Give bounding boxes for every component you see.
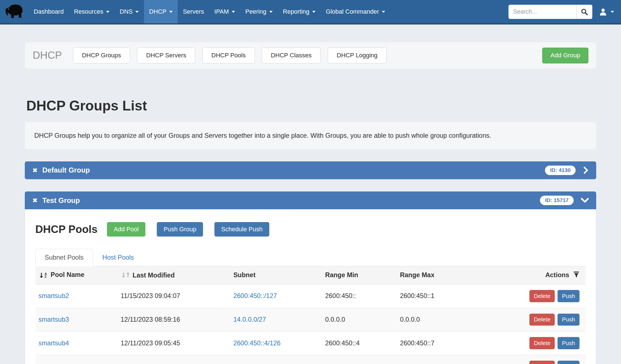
group-title: Default Group: [42, 166, 90, 174]
range-min-cell: 2600:450::: [322, 284, 397, 308]
add-group-button[interactable]: Add Group: [542, 48, 588, 63]
close-icon[interactable]: ✖: [32, 197, 38, 204]
dhcp-classes-button[interactable]: DHCP Classes: [262, 48, 321, 63]
dhcp-servers-button[interactable]: DHCP Servers: [137, 48, 195, 63]
nav-item-dns[interactable]: DNS: [114, 0, 144, 23]
chevron-down-icon: [169, 11, 173, 13]
last-modified-cell: 11/15/2023 09:04:07: [118, 284, 230, 308]
search-icon: [581, 8, 588, 16]
pools-tabs: Subnet Pools Host Pools: [35, 249, 586, 266]
last-modified-cell: 11/15/2023 09:33:29: [118, 355, 230, 364]
subnet-link[interactable]: 2600:450::/127: [233, 292, 277, 299]
last-modified-cell: 12/11/2023 09:05:45: [118, 331, 230, 355]
chevron-down-icon: [382, 11, 385, 13]
chevron-right-icon[interactable]: [583, 167, 589, 174]
group-bar-default-group[interactable]: ✖ Default Group ID: 4130: [25, 161, 596, 179]
delete-button[interactable]: Delete: [529, 290, 555, 302]
column-header-last-modified[interactable]: ↓↑ Last Modified: [118, 266, 230, 284]
group-id-badge: ID: 4130: [545, 166, 576, 175]
delete-button[interactable]: Delete: [529, 361, 555, 364]
pools-header: DHCP Pools Add Pool Push Group Schedule …: [35, 222, 586, 237]
pool-name-link[interactable]: smartsub5: [38, 363, 69, 364]
delete-button[interactable]: Delete: [529, 337, 555, 349]
user-menu[interactable]: [599, 8, 614, 16]
nav-label: IPAM: [214, 8, 229, 15]
search-group: [508, 5, 593, 19]
table-row: smartsub3 12/11/2023 08:59:16 14.0.0.0/2…: [35, 308, 586, 331]
last-modified-cell: 12/11/2023 08:59:16: [118, 308, 230, 331]
range-min-cell: 0.0.0.0: [322, 308, 397, 331]
nav-label: Servers: [183, 8, 204, 15]
nav-item-dashboard[interactable]: Dashboard: [28, 0, 69, 23]
nav-item-dhcp[interactable]: DHCP: [144, 0, 178, 23]
push-button[interactable]: Push: [558, 290, 579, 302]
push-button[interactable]: Push: [558, 314, 579, 326]
range-max-cell: 2600:450::7: [397, 331, 526, 355]
subnet-link[interactable]: 172.16.3.0/24: [233, 363, 273, 364]
nav-item-resources[interactable]: Resources: [69, 0, 114, 23]
range-max-cell: 2600:450::1: [397, 284, 526, 308]
filter-icon[interactable]: [573, 272, 579, 278]
push-button[interactable]: Push: [558, 337, 579, 349]
mammoth-logo[interactable]: [0, 0, 28, 23]
column-header-actions: Actions: [526, 266, 586, 284]
schedule-push-button[interactable]: Schedule Push: [214, 222, 269, 237]
push-button[interactable]: Push: [558, 361, 579, 364]
pools-title: DHCP Pools: [35, 223, 97, 235]
dhcp-pools-button[interactable]: DHCP Pools: [202, 48, 255, 63]
push-group-button[interactable]: Push Group: [157, 222, 203, 237]
nav-label: Peering: [245, 8, 267, 15]
top-navbar: Dashboard Resources DNS DHCP Servers IPA…: [0, 0, 621, 24]
column-label: Last Modified: [133, 272, 175, 279]
column-label: Range Max: [400, 271, 434, 279]
nav-menu: Dashboard Resources DNS DHCP Servers IPA…: [28, 0, 390, 23]
range-min-cell: 2600:450::4: [322, 331, 397, 355]
search-button[interactable]: [576, 5, 592, 19]
nav-item-global-commander[interactable]: Global Commander: [321, 0, 390, 23]
group-bar-test-group[interactable]: ✖ Test Group ID: 15717: [25, 191, 596, 209]
range-max-cell: 0.0.0.0: [397, 308, 526, 331]
nav-label: Reporting: [283, 8, 310, 15]
tab-subnet-pools[interactable]: Subnet Pools: [35, 249, 93, 266]
chevron-down-icon: [135, 11, 139, 13]
nav-item-servers[interactable]: Servers: [178, 0, 209, 23]
column-header-range-min: Range Min: [322, 266, 397, 284]
tab-host-pools[interactable]: Host Pools: [93, 249, 143, 266]
subnet-link[interactable]: 2600:450::4/126: [233, 340, 281, 347]
pool-name-link[interactable]: smartsub4: [38, 340, 69, 347]
table-row: smartsub4 12/11/2023 09:05:45 2600:450::…: [35, 331, 586, 355]
page-description-text: DHCP Groups help you to organize all of …: [34, 132, 491, 139]
nav-label: DHCP: [149, 8, 166, 15]
range-max-cell: 172.16.3.255: [397, 355, 526, 364]
range-min-cell: 172.16.3.0: [322, 355, 397, 364]
group-id-badge: ID: 15717: [540, 196, 574, 205]
subnet-link[interactable]: 14.0.0.0/27: [233, 316, 266, 323]
nav-label: DNS: [120, 8, 133, 15]
nav-item-peering[interactable]: Peering: [240, 0, 278, 23]
group-title: Test Group: [42, 196, 80, 205]
column-label: Range Min: [325, 271, 358, 279]
chevron-down-icon[interactable]: [581, 197, 589, 203]
nav-item-reporting[interactable]: Reporting: [278, 0, 321, 23]
chevron-down-icon: [312, 11, 316, 13]
dhcp-groups-button[interactable]: DHCP Groups: [73, 48, 130, 63]
column-label: Subnet: [233, 271, 255, 279]
dhcp-logging-button[interactable]: DHCP Logging: [328, 48, 387, 63]
chevron-down-icon: [106, 11, 109, 13]
dhcp-toolbar: DHCP DHCP Groups DHCP Servers DHCP Pools…: [25, 42, 596, 68]
close-icon[interactable]: ✖: [32, 167, 38, 174]
section-label: DHCP: [33, 50, 62, 61]
nav-label: Resources: [74, 8, 103, 15]
add-pool-button[interactable]: Add Pool: [107, 222, 145, 237]
delete-button[interactable]: Delete: [529, 314, 555, 326]
pools-table: ↓AZ Pool Name ↓↑ Last Modified Subnet Ra…: [35, 266, 586, 364]
page-title: DHCP Groups List: [26, 98, 596, 114]
pool-name-link[interactable]: smartsub2: [38, 292, 69, 299]
pool-name-link[interactable]: smartsub3: [38, 316, 69, 323]
search-input[interactable]: [508, 5, 577, 19]
column-header-pool-name[interactable]: ↓AZ Pool Name: [35, 266, 118, 284]
chevron-down-icon: [269, 11, 273, 13]
sort-icon: ↓↑: [121, 271, 129, 279]
nav-item-ipam[interactable]: IPAM: [209, 0, 240, 23]
sort-az-icon: ↓AZ: [38, 272, 47, 279]
